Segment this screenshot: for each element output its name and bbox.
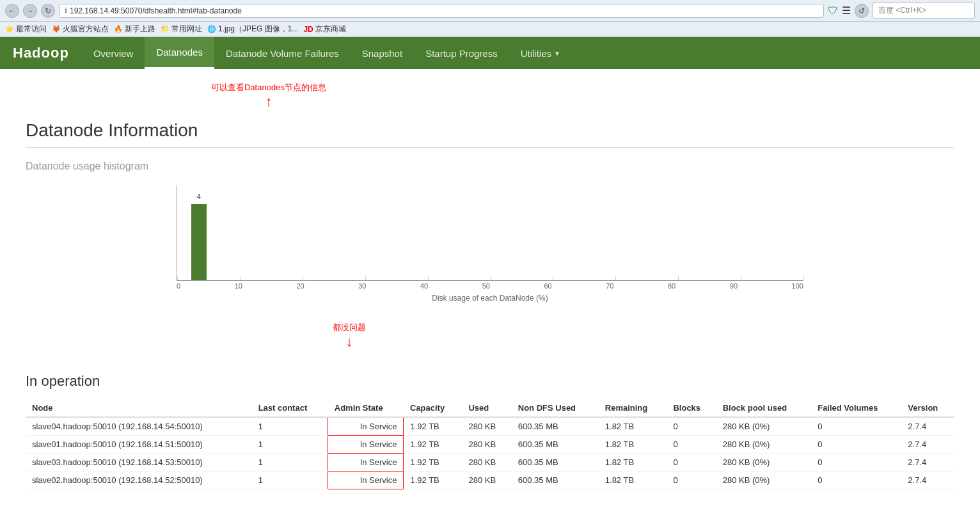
cell-non-dfs-used: 600.35 MB	[512, 436, 599, 454]
col-capacity: Capacity	[404, 399, 462, 417]
navbar: Hadoop Overview Datanodes Datanode Volum…	[0, 37, 980, 69]
histogram-chart: 4	[177, 185, 803, 281]
x-label-30: 30	[358, 282, 366, 290]
bookmark-jpeg[interactable]: 🌐 1.jpg（JPEG 图像，1...	[207, 24, 298, 35]
x-label-10: 10	[235, 282, 242, 290]
cell-block-pool-used: 280 KB (0%)	[716, 417, 812, 436]
nav-startup-progress[interactable]: Startup Progress	[414, 37, 509, 69]
table-annotation-arrow: ↓	[346, 335, 353, 349]
table-header-row: Node Last contact Admin State Capacity U…	[26, 399, 954, 417]
x-label-90: 90	[730, 282, 738, 290]
info-icon: ℹ	[65, 6, 67, 15]
nav-overview[interactable]: Overview	[82, 37, 145, 69]
menu-icon[interactable]: ☰	[842, 4, 851, 17]
nav-overview-label: Overview	[93, 48, 134, 59]
browser-toolbar: ← → ↻ ℹ 192.168.14.49:50070/dfshealth.ht…	[0, 0, 980, 22]
bookmark-beginners[interactable]: 🔥 新手上路	[114, 24, 155, 35]
data-table: Node Last contact Admin State Capacity U…	[26, 399, 954, 489]
cell-failed-volumes: 0	[811, 436, 901, 454]
col-non-dfs-used: Non DFS Used	[512, 399, 599, 417]
cell-last-contact: 1	[252, 471, 328, 489]
bookmark-label: 常用网址	[171, 24, 202, 35]
x-label-20: 20	[296, 282, 304, 290]
table-header: Node Last contact Admin State Capacity U…	[26, 399, 954, 417]
forward-button[interactable]: →	[23, 4, 37, 18]
cell-version: 2.7.4	[901, 454, 954, 471]
bookmark-label: 最常访问	[16, 24, 47, 35]
cell-block-pool-used: 280 KB (0%)	[716, 436, 812, 454]
cell-remaining: 1.82 TB	[599, 417, 667, 436]
image-icon: 🌐	[207, 25, 216, 33]
cell-failed-volumes: 0	[811, 471, 901, 489]
cell-remaining: 1.82 TB	[599, 436, 667, 454]
cell-node: slave03.hadoop:50010 (192.168.14.53:5001…	[26, 454, 252, 471]
col-admin-state: Admin State	[328, 399, 404, 417]
reload-button[interactable]: ↻	[41, 4, 55, 18]
nav-startup-progress-label: Startup Progress	[425, 48, 498, 59]
cell-node: slave01.hadoop:50010 (192.168.14.51:5001…	[26, 436, 252, 454]
in-operation-section: In operation Node Last contact Admin Sta…	[26, 373, 954, 489]
bookmark-label: 新手上路	[125, 24, 155, 35]
x-label-80: 80	[668, 282, 676, 290]
col-last-contact: Last contact	[252, 399, 328, 417]
cell-last-contact: 1	[252, 417, 328, 436]
nav-items: Overview Datanodes Datanode Volume Failu…	[82, 37, 572, 69]
back-button[interactable]: ←	[5, 4, 19, 18]
nav-utilities[interactable]: Utilities ▼	[509, 37, 572, 69]
table-annotation: 都没问题 ↓	[333, 322, 366, 349]
cell-blocks: 0	[667, 417, 716, 436]
cell-admin-state: In Service	[328, 417, 404, 436]
nav-datanodes[interactable]: Datanodes	[145, 37, 214, 69]
x-label-0: 0	[177, 282, 180, 290]
x-label-70: 70	[606, 282, 613, 290]
nav-annotation-arrow: ↑	[265, 95, 272, 109]
cell-admin-state: In Service	[328, 471, 404, 489]
browser-actions: 🛡 ☰ ↺	[828, 4, 869, 18]
nav-snapshot[interactable]: Snapshot	[351, 37, 414, 69]
browser-chrome: ← → ↻ ℹ 192.168.14.49:50070/dfshealth.ht…	[0, 0, 980, 37]
table-annotation-container: 都没问题 ↓	[26, 322, 954, 360]
col-used: Used	[462, 399, 511, 417]
cell-remaining: 1.82 TB	[599, 471, 667, 489]
cell-version: 2.7.4	[901, 436, 954, 454]
cell-last-contact: 1	[252, 454, 328, 471]
page-title: Datanode Information	[26, 120, 954, 141]
bookmark-jd[interactable]: JD 京东商城	[303, 24, 345, 35]
x-label-60: 60	[544, 282, 551, 290]
cell-used: 280 KB	[462, 454, 511, 471]
folder-icon: 📁	[161, 25, 170, 33]
bookmark-firefox[interactable]: 🦊 火狐官方站点	[52, 24, 109, 35]
nav-annotation-container: 可以查看Datanodes节点的信息 ↑	[26, 82, 954, 120]
col-blocks: Blocks	[667, 399, 716, 417]
shield-icon: 🛡	[828, 5, 838, 17]
url-bar[interactable]: ℹ 192.168.14.49:50070/dfshealth.html#tab…	[59, 4, 824, 18]
cell-node: slave02.hadoop:50010 (192.168.14.52:5001…	[26, 471, 252, 489]
search-bar[interactable]: 百度 <Ctrl+K>	[873, 3, 975, 19]
cell-used: 280 KB	[462, 436, 511, 454]
fire-icon: 🔥	[114, 25, 123, 33]
title-divider	[26, 147, 954, 148]
bookmark-common-sites[interactable]: 📁 常用网址	[161, 24, 202, 35]
cell-non-dfs-used: 600.35 MB	[512, 417, 599, 436]
cell-capacity: 1.92 TB	[404, 436, 462, 454]
cell-capacity: 1.92 TB	[404, 417, 462, 436]
page-content: 可以查看Datanodes节点的信息 ↑ Datanode Informatio…	[0, 69, 980, 502]
bookmark-label: 1.jpg（JPEG 图像，1...	[218, 24, 298, 35]
histogram-x-labels: 0 10 20 30 40 50 60 70 80 90 100	[177, 282, 803, 290]
chevron-down-icon: ▼	[554, 50, 560, 57]
cell-node: slave04.hadoop:50010 (192.168.14.54:5001…	[26, 417, 252, 436]
refresh-button[interactable]: ↺	[855, 4, 869, 18]
cell-version: 2.7.4	[901, 471, 954, 489]
bookmark-most-visited[interactable]: ⭐ 最常访问	[5, 24, 47, 35]
cell-failed-volumes: 0	[811, 417, 901, 436]
histogram-container: 4 0 1	[138, 185, 842, 303]
cell-remaining: 1.82 TB	[599, 454, 667, 471]
bookmarks-bar: ⭐ 最常访问 🦊 火狐官方站点 🔥 新手上路 📁 常用网址 🌐 1.jpg（JP…	[0, 22, 980, 37]
cell-blocks: 0	[667, 436, 716, 454]
brand-logo[interactable]: Hadoop	[13, 45, 69, 61]
table-annotation-text: 都没问题	[333, 322, 366, 333]
x-label-100: 100	[792, 282, 803, 290]
nav-datanode-volume-failures[interactable]: Datanode Volume Failures	[214, 37, 351, 69]
cell-capacity: 1.92 TB	[404, 454, 462, 471]
histogram-x-label: Disk usage of each DataNode (%)	[138, 294, 842, 303]
